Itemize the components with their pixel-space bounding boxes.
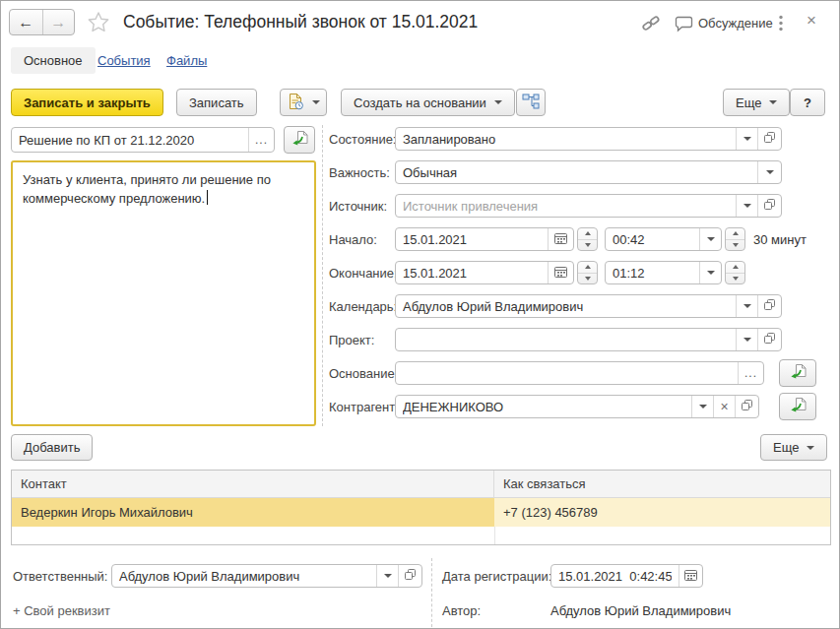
end-time-dropdown-button[interactable] [699,262,721,283]
project-dropdown-button[interactable] [736,329,757,350]
discussion-icon[interactable] [675,16,693,35]
counterparty-open-button[interactable] [735,396,758,417]
start-date-calendar-button[interactable] [548,228,573,250]
custom-attribute-link[interactable]: + Свой реквизит [13,598,110,622]
open-in-form-icon [763,198,776,214]
help-button[interactable]: ? [790,89,825,116]
end-date-spinner[interactable] [577,261,598,284]
source-dropdown-button[interactable] [736,195,757,217]
spin-up[interactable] [726,228,744,239]
responsible-dropdown-button[interactable] [376,565,398,587]
responsible-open-button[interactable] [398,565,421,587]
column-header-how-to-contact[interactable]: Как связаться [494,471,830,497]
counterparty-input[interactable] [396,396,691,417]
save-button[interactable]: Записать [176,89,257,116]
start-time-spinner[interactable] [725,227,745,251]
importance-combobox[interactable] [395,160,782,184]
end-date-field[interactable] [395,261,574,284]
state-combobox[interactable] [395,127,782,151]
table-row[interactable]: Ведеркин Игорь Михайлович +7 (123) 45678… [12,498,830,527]
state-input[interactable] [396,128,736,150]
start-time-dropdown-button[interactable] [699,228,721,250]
subject-input[interactable] [12,128,248,152]
calendar-icon [553,265,568,282]
discussion-link[interactable]: Обсуждение [698,16,773,31]
description-textarea[interactable]: Узнать у клиента, принято ли решение по … [11,160,316,426]
contact-cell[interactable]: Ведеркин Игорь Михайлович [12,498,494,527]
tab-events[interactable]: События [97,53,151,68]
get-link-icon[interactable] [641,14,661,36]
source-open-button[interactable] [757,195,781,217]
reminder-split-button[interactable] [280,89,327,116]
calendar-input[interactable] [396,295,736,317]
end-date-input[interactable] [396,262,548,283]
basis-select-button[interactable]: ... [738,362,763,384]
start-date-input[interactable] [396,228,548,250]
more-actions-button[interactable]: Еще [723,89,790,116]
calendar-dropdown-button[interactable] [736,295,757,317]
subject-field[interactable]: ... [11,127,275,153]
chevron-down-icon [699,405,707,412]
fill-from-counterparty-button[interactable] [779,393,816,420]
counterparty-dropdown-button[interactable] [691,396,713,417]
calendar-open-button[interactable] [757,295,781,317]
add-contact-button[interactable]: Добавить [11,434,93,461]
start-time-field[interactable] [605,227,722,251]
spin-down[interactable] [578,273,597,284]
fill-from-subject-button[interactable] [284,126,315,154]
column-header-contact[interactable]: Контакт [12,471,494,497]
project-combobox[interactable] [395,328,782,351]
spin-down[interactable] [726,239,744,251]
spin-down[interactable] [578,239,597,251]
importance-input[interactable] [396,161,757,183]
related-documents-button[interactable] [516,89,546,116]
subject-select-button[interactable]: ... [248,128,274,152]
fill-from-basis-button[interactable] [779,359,816,387]
back-button[interactable]: ← [10,10,42,34]
start-date-field[interactable] [395,227,574,251]
chevron-down-icon [384,574,392,582]
spin-down[interactable] [726,273,744,284]
favorite-star-icon[interactable] [87,11,110,36]
how-to-contact-cell[interactable]: +7 (123) 456789 [494,498,830,527]
contacts-more-button[interactable]: Еще [760,434,827,461]
save-and-close-button[interactable]: Записать и закрыть [11,89,163,116]
state-open-button[interactable] [757,128,781,150]
calendar-combobox[interactable] [395,294,782,318]
more-menu-dots-icon[interactable] [779,15,783,34]
project-input[interactable] [396,329,736,350]
importance-dropdown-button[interactable] [757,161,781,183]
forward-button[interactable]: → [42,10,75,34]
source-input[interactable] [396,195,736,217]
create-based-on-button[interactable]: Создать на основании [341,89,515,116]
close-icon[interactable]: × [807,11,816,31]
calendar-icon [553,231,568,248]
spin-up[interactable] [578,228,597,239]
project-open-button[interactable] [757,329,781,350]
spin-up[interactable] [726,262,744,273]
calendar-label: Календарь: [329,294,397,318]
tab-main[interactable]: Основное [11,47,96,74]
start-label: Начало: [329,227,377,251]
start-time-input[interactable] [606,228,699,250]
basis-field[interactable]: ... [395,361,764,385]
registration-date-input[interactable] [551,565,678,587]
counterparty-clear-button[interactable]: × [713,396,735,417]
source-combobox[interactable] [395,194,782,218]
end-time-field[interactable] [605,261,722,284]
responsible-combobox[interactable] [111,564,422,588]
text-cursor [207,190,208,205]
state-dropdown-button[interactable] [736,128,757,150]
basis-input[interactable] [396,362,738,384]
end-time-input[interactable] [606,262,699,283]
registration-calendar-button[interactable] [678,565,702,587]
document-clock-icon [288,93,304,113]
responsible-input[interactable] [112,565,376,587]
tab-files[interactable]: Файлы [166,53,207,68]
registration-date-field[interactable] [550,564,703,588]
spin-up[interactable] [578,262,597,273]
start-date-spinner[interactable] [577,227,598,251]
end-date-calendar-button[interactable] [548,262,573,283]
end-time-spinner[interactable] [725,261,745,284]
counterparty-combobox[interactable]: × [395,395,759,418]
